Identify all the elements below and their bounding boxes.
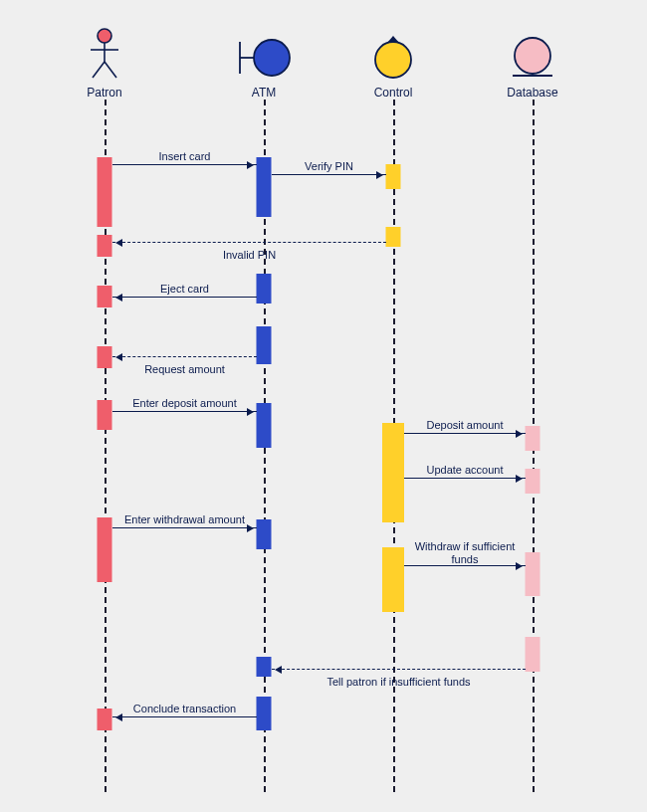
activation-patron [98, 235, 112, 257]
activation-control [382, 423, 404, 522]
entity-icon [493, 26, 572, 80]
actor-control: Control [353, 26, 433, 100]
activation-database [526, 426, 540, 451]
msg-label: Eject card [112, 283, 257, 295]
activation-control [386, 164, 401, 189]
activation-control [382, 547, 404, 612]
activation-patron [98, 286, 112, 307]
msg-request-amount: Request amount [112, 356, 257, 357]
svg-line-3 [93, 62, 105, 78]
activation-patron [98, 517, 112, 582]
msg-invalid-pin: Invalid PIN [112, 242, 386, 243]
msg-enter-deposit: Enter deposit amount [112, 411, 257, 412]
msg-verify-pin: Verify PIN [272, 174, 386, 175]
actor-label: Control [353, 86, 433, 100]
msg-label: Enter withdrawal amount [112, 513, 257, 525]
activation-patron [98, 157, 112, 227]
svg-point-7 [254, 40, 290, 76]
actor-patron: Patron [65, 26, 144, 100]
msg-update-account: Update account [404, 478, 526, 479]
svg-point-0 [98, 29, 111, 43]
msg-label: Tell patron if insufficient funds [272, 676, 526, 688]
actor-label: Database [493, 86, 572, 100]
actor-database: Database [493, 26, 572, 100]
activation-atm [257, 697, 272, 730]
boundary-icon [224, 26, 304, 80]
svg-line-4 [105, 62, 116, 78]
activation-patron [98, 709, 112, 730]
activation-database [526, 637, 540, 672]
msg-label: Deposit amount [404, 419, 526, 431]
msg-insert-card: Insert card [112, 164, 257, 165]
activation-database [526, 552, 540, 596]
actor-icon [65, 26, 144, 80]
msg-conclude: Conclude transaction [112, 716, 257, 717]
msg-label: Invalid PIN [112, 249, 386, 261]
activation-database [526, 469, 540, 494]
msg-eject-card: Eject card [112, 297, 257, 298]
msg-label: Conclude transaction [112, 703, 257, 714]
activation-atm [257, 657, 272, 677]
actor-atm: ATM [224, 26, 304, 100]
msg-label: Enter deposit amount [112, 397, 257, 409]
msg-label: Request amount [112, 363, 257, 375]
svg-marker-9 [387, 36, 399, 43]
activation-atm [257, 519, 272, 549]
msg-withdraw-if-funds: Withdraw if sufficientfunds [404, 565, 526, 566]
msg-label: Update account [404, 464, 526, 476]
control-icon [353, 26, 433, 80]
msg-label: Withdraw if sufficientfunds [404, 540, 526, 565]
activation-patron [98, 346, 112, 368]
activation-control [386, 227, 401, 247]
activation-atm [257, 403, 272, 448]
msg-insufficient-funds: Tell patron if insufficient funds [272, 669, 526, 670]
sequence-diagram: Patron ATM Control Database [0, 0, 647, 812]
actor-label: ATM [224, 86, 304, 100]
msg-label: Insert card [112, 150, 257, 162]
msg-deposit-amount: Deposit amount [404, 433, 526, 434]
msg-label: Verify PIN [272, 160, 386, 172]
msg-enter-withdrawal: Enter withdrawal amount [112, 527, 257, 528]
activation-atm [257, 157, 272, 217]
activation-patron [98, 400, 112, 430]
activation-atm [257, 274, 272, 304]
actor-label: Patron [65, 86, 144, 100]
activation-atm [257, 326, 272, 364]
svg-point-10 [515, 38, 550, 74]
svg-point-8 [375, 42, 411, 78]
